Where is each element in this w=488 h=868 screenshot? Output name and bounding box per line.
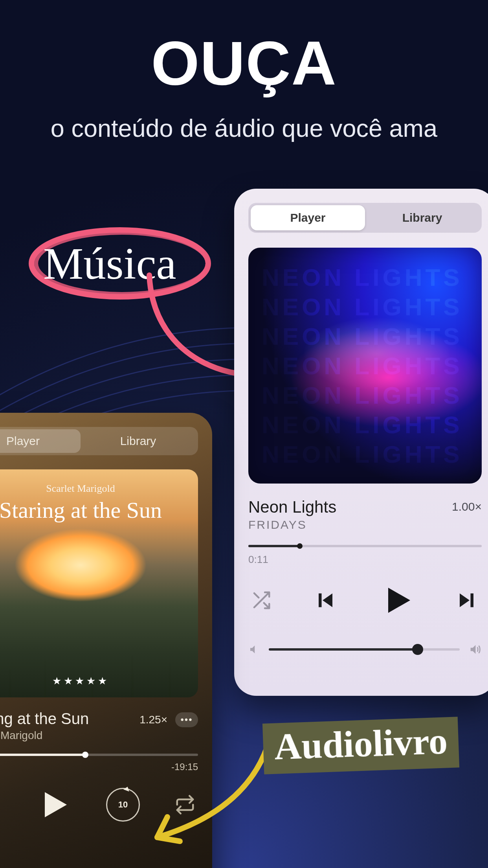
album-art: NEON LIGHTS NEON LIGHTS NEON LIGHTS NEON… <box>248 248 482 484</box>
more-button[interactable]: ••• <box>175 712 198 727</box>
track-author: Scarlet Marigold <box>0 729 89 742</box>
tab-library[interactable]: Library <box>365 205 479 230</box>
shuffle-icon[interactable] <box>251 590 272 611</box>
volume-low-icon <box>248 644 260 655</box>
audiolivro-label: Audiolivro <box>273 719 448 767</box>
rating-stars: ★★★★★ <box>0 675 198 687</box>
segmented-control: Player Library <box>0 427 198 455</box>
next-icon[interactable] <box>456 588 479 612</box>
track-title: Staring at the Sun <box>0 710 89 728</box>
hero-subtitle: o conteúdo de áudio que você ama <box>0 114 488 142</box>
track-title: Neon Lights <box>248 498 336 517</box>
play-icon[interactable] <box>34 786 72 824</box>
elapsed-time: 0:11 <box>248 554 482 566</box>
tab-player[interactable]: Player <box>0 429 81 453</box>
track-artist: FRIDAYS <box>248 518 336 531</box>
volume-slider[interactable] <box>269 648 460 651</box>
playback-speed[interactable]: 1.00× <box>452 500 482 513</box>
progress-bar[interactable] <box>248 545 482 547</box>
hero-title: OUÇA <box>0 28 488 99</box>
audiolivro-callout: Audiolivro <box>262 717 459 774</box>
playback-speed[interactable]: 1.25× <box>139 714 167 726</box>
cover-author: Scarlet Marigold <box>0 483 198 495</box>
segmented-control: Player Library <box>248 203 482 233</box>
previous-icon[interactable] <box>313 588 336 612</box>
cover-title: Staring at the Sun <box>0 497 198 523</box>
volume-row <box>248 643 482 656</box>
skip-forward-10-icon[interactable]: 10 <box>106 788 140 822</box>
tab-player[interactable]: Player <box>251 205 365 230</box>
volume-high-icon <box>468 643 482 656</box>
music-player-card: Player Library NEON LIGHTS NEON LIGHTS N… <box>234 189 488 696</box>
play-icon[interactable] <box>377 581 415 619</box>
book-cover: Scarlet Marigold Staring at the Sun ★★★★… <box>0 469 198 697</box>
audiolivro-arrow <box>138 739 279 857</box>
tab-library[interactable]: Library <box>81 429 196 453</box>
album-art-text: NEON LIGHTS NEON LIGHTS NEON LIGHTS NEON… <box>248 248 482 484</box>
